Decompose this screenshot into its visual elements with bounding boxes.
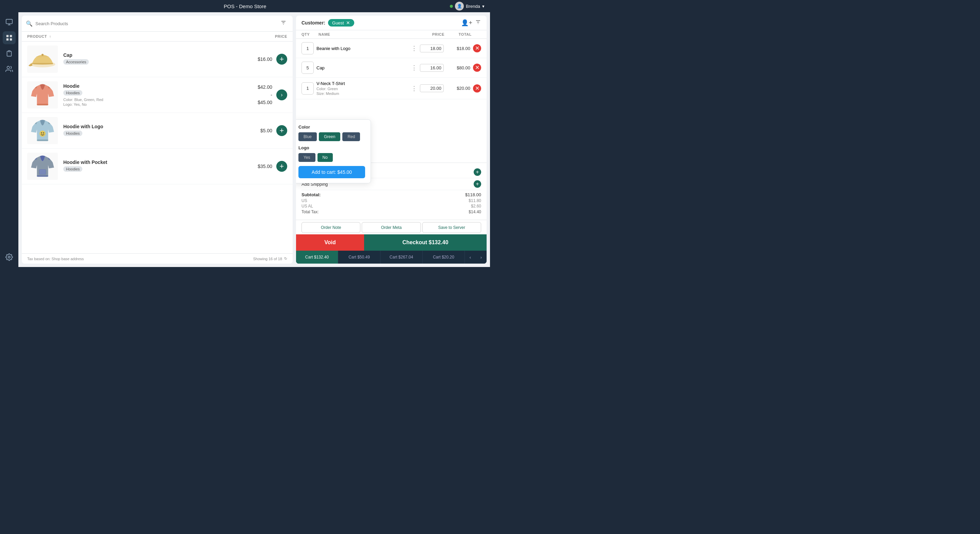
sidebar-item-dashboard[interactable] [3, 31, 16, 44]
cart-item-price-input[interactable] [420, 84, 444, 92]
logo-options: Yes No [298, 153, 365, 162]
cart-item: 5 Cap ⋮ $80.00 ✕ [296, 58, 487, 78]
cart-settings-button[interactable] [475, 19, 481, 27]
add-to-cart-confirm-button[interactable]: Add to cart: $45.00 [298, 166, 365, 178]
total-tax-row: Total Tax: $14.40 [301, 209, 481, 215]
product-info-hoodie: Hoodie Hoodies Color: Blue, Green, Red L… [63, 83, 238, 106]
cart-item-name: Cap [317, 65, 408, 70]
cart-table-header: QTY NAME PRICE TOTAL [296, 30, 487, 39]
user-info: 👤 Brenda ▾ [450, 2, 485, 11]
cart-header-actions: 👤+ [461, 19, 481, 27]
search-input[interactable] [35, 21, 275, 26]
cart-tab-prev-button[interactable]: ‹ [465, 251, 476, 264]
customer-label: Customer: [301, 20, 325, 25]
subtotal-value: $118.00 [465, 192, 481, 197]
color-option-blue[interactable]: Blue [298, 132, 317, 141]
color-option-red[interactable]: Red [342, 132, 360, 141]
svg-point-4 [8, 256, 10, 258]
cart-item-menu-button[interactable]: ⋮ [411, 44, 417, 52]
product-info-hoodie-pocket: Hoodie with Pocket Hoodies [63, 159, 238, 173]
cart-header: Customer: Guest ✕ 👤+ [296, 16, 487, 30]
refresh-icon[interactable]: ↻ [284, 256, 287, 261]
total-tax-value: $14.40 [469, 210, 481, 214]
cart-item-menu-button[interactable]: ⋮ [411, 64, 417, 72]
tax-us-al-row: US AL $2.60 [301, 203, 481, 209]
sidebar-item-settings[interactable] [3, 251, 16, 264]
tax-us-value: $11.80 [469, 198, 481, 203]
search-icon: 🔍 [26, 21, 33, 27]
avatar: 👤 [455, 2, 464, 11]
order-note-button[interactable]: Order Note [301, 222, 360, 233]
product-category: Hoodies [63, 166, 82, 172]
sidebar-item-customers[interactable] [3, 63, 16, 76]
svg-rect-11 [37, 104, 48, 105]
product-variants2: Logo: Yes, No [63, 102, 238, 106]
product-category: Hoodies [63, 90, 82, 95]
checkout-button[interactable]: Checkout $132.40 [364, 234, 487, 251]
cart-item-menu-button[interactable]: ⋮ [411, 85, 417, 92]
product-info-cap: Cap Accessories [63, 52, 238, 66]
remove-item-button[interactable]: ✕ [473, 64, 481, 72]
remove-item-button[interactable]: ✕ [473, 44, 481, 52]
add-shipping-button[interactable]: + [474, 180, 481, 188]
svg-rect-16 [37, 175, 48, 177]
add-customer-button[interactable]: 👤+ [461, 19, 472, 27]
sidebar-item-orders[interactable] [3, 47, 16, 60]
sidebar [0, 12, 18, 267]
cart-tab-1[interactable]: Cart $132.40 [296, 251, 338, 264]
cart-qty[interactable]: 1 [301, 82, 314, 95]
cart-item-price-input[interactable] [420, 44, 444, 52]
product-items: Cap Accessories $16.00 + [22, 41, 293, 253]
svg-rect-0 [6, 19, 12, 24]
dropdown-arrow-icon[interactable]: ▾ [482, 4, 485, 9]
col-price: PRICE [417, 32, 444, 37]
product-price: $5.00 [238, 128, 272, 134]
product-row: Hoodie Hoodies Color: Blue, Green, Red L… [22, 77, 293, 113]
checkout-row: Void Checkout $132.40 [296, 234, 487, 251]
svg-point-15 [43, 132, 44, 134]
page-title: POS - Demo Store [224, 3, 266, 9]
cart-tab-2[interactable]: Cart $50.49 [338, 251, 380, 264]
cart-item-price-input[interactable] [420, 64, 444, 72]
product-image-hoodie-pocket [27, 153, 58, 180]
add-to-cart-button[interactable]: + [276, 161, 287, 172]
color-options: Blue Green Red [298, 132, 365, 141]
col-header-product: PRODUCT ↑ [27, 34, 253, 38]
add-fee-button[interactable]: + [474, 168, 481, 176]
cart-qty[interactable]: 1 [301, 42, 314, 54]
col-total: TOTAL [444, 32, 472, 37]
cart-item: 1 Beanie with Logo ⋮ $18.00 ✕ [296, 39, 487, 58]
void-button[interactable]: Void [296, 234, 364, 251]
add-to-cart-button[interactable]: + [276, 54, 287, 65]
customer-badge: Guest ✕ [328, 19, 354, 27]
product-name: Hoodie with Logo [63, 124, 238, 129]
cart-qty[interactable]: 5 [301, 62, 314, 74]
tax-us-al-value: $2.60 [471, 204, 481, 208]
cart-tab-3[interactable]: Cart $267.04 [380, 251, 423, 264]
cart-item-total: $20.00 [447, 86, 470, 91]
product-info-hoodie-logo: Hoodie with Logo Hoodies [63, 124, 238, 137]
cart-tab-4[interactable]: Cart $20.20 [423, 251, 465, 264]
tax-note: Tax based on: Shop base address [27, 257, 84, 261]
total-tax-label: Total Tax: [301, 210, 318, 214]
expand-variants-button[interactable]: › [276, 89, 287, 100]
svg-point-13 [40, 130, 46, 137]
sort-icon[interactable]: ↑ [49, 34, 51, 38]
search-bar: 🔍 [22, 16, 293, 32]
cart-tab-next-button[interactable]: › [476, 251, 487, 264]
product-variants: Color: Blue, Green, Red [63, 98, 238, 102]
order-meta-button[interactable]: Order Meta [362, 222, 421, 233]
sidebar-item-pos[interactable] [3, 16, 16, 29]
remove-item-button[interactable]: ✕ [473, 84, 481, 92]
logo-option-yes[interactable]: Yes [298, 153, 315, 162]
product-list: 🔍 PRODUCT ↑ PRICE [22, 16, 293, 264]
save-to-server-button[interactable]: Save to Server [422, 222, 481, 233]
remove-customer-button[interactable]: ✕ [346, 20, 350, 25]
filter-button[interactable] [278, 19, 288, 28]
add-to-cart-button[interactable]: + [276, 125, 287, 136]
product-name: Hoodie [63, 83, 238, 89]
color-option-green[interactable]: Green [319, 132, 340, 141]
logo-label: Logo [298, 145, 365, 150]
svg-point-14 [41, 132, 42, 134]
logo-option-no[interactable]: No [318, 153, 333, 162]
